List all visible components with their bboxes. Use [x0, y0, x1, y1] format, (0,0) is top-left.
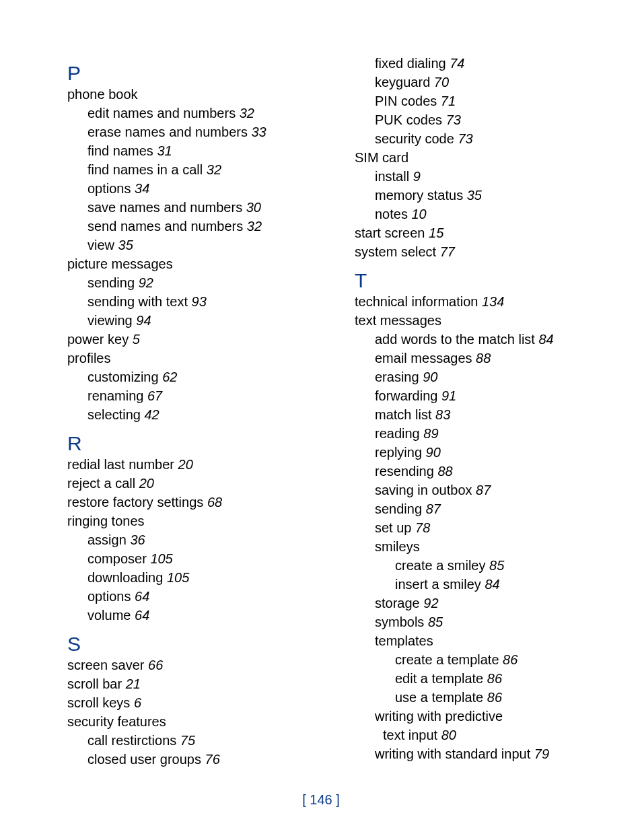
index-entry-text: resending — [375, 464, 434, 479]
index-entry-page[interactable]: 84 — [538, 332, 553, 347]
index-entry-page[interactable]: 20 — [178, 457, 193, 472]
index-entry-text: replying — [375, 445, 422, 460]
index-entry-text: security code — [375, 131, 454, 146]
index-entry-page[interactable]: 92 — [423, 596, 438, 610]
index-entry-page[interactable]: 87 — [476, 483, 491, 497]
index-entry-page[interactable]: 35 — [467, 188, 482, 203]
index-entry: use a template 86 — [395, 688, 602, 707]
index-entry-page[interactable]: 84 — [485, 577, 499, 592]
index-entry-text: save names and numbers — [87, 200, 242, 215]
index-entry-page[interactable]: 73 — [446, 112, 461, 127]
index-entry: templates — [375, 631, 602, 650]
index-entry: options 64 — [87, 587, 314, 606]
index-entry: reject a call 20 — [67, 474, 314, 493]
index-entry-page[interactable]: 88 — [476, 351, 491, 365]
index-entry-page[interactable]: 10 — [412, 207, 427, 221]
index-entry-page[interactable]: 15 — [429, 225, 443, 240]
index-entry-text: PUK codes — [375, 112, 442, 127]
index-entry-page[interactable]: 5 — [133, 332, 140, 347]
index-entry-text: sending — [375, 501, 422, 516]
index-entry-page[interactable]: 75 — [180, 733, 195, 748]
index-section-letter: S — [67, 634, 314, 654]
index-entry-page[interactable]: 83 — [435, 407, 450, 422]
index-entry-page[interactable]: 9 — [413, 169, 421, 184]
index-entry-page[interactable]: 105 — [150, 551, 172, 566]
index-entry-page[interactable]: 66 — [148, 658, 163, 672]
index-entry-text: symbols — [375, 615, 424, 629]
index-entry: erasing 90 — [375, 368, 602, 386]
index-entry-page[interactable]: 77 — [440, 244, 455, 259]
index-entry-page[interactable]: 70 — [434, 75, 449, 90]
index-entry-text: find names — [87, 143, 153, 158]
index-entry-page[interactable]: 64 — [135, 589, 149, 604]
index-entry-page[interactable]: 105 — [167, 570, 189, 585]
index-entry-text: writing with standard input — [375, 746, 530, 761]
index-entry-page[interactable]: 64 — [135, 608, 149, 623]
index-entry-page[interactable]: 88 — [437, 464, 452, 479]
index-entry-page[interactable]: 32 — [207, 162, 221, 177]
index-entry-page[interactable]: 91 — [441, 388, 456, 403]
page-number-bracket-close: ] — [332, 792, 340, 807]
index-entry-page[interactable]: 90 — [423, 370, 437, 384]
index-entry-page[interactable]: 73 — [458, 131, 472, 146]
index-entry-page[interactable]: 134 — [482, 294, 504, 309]
index-entry: screen saver 66 — [67, 656, 314, 674]
index-entry: start screen 15 — [355, 223, 602, 242]
index-entry-text: scroll bar — [67, 676, 122, 691]
index-entry: selecting 42 — [87, 405, 314, 424]
index-entry-text: insert a smiley — [395, 577, 481, 592]
index-entry-page[interactable]: 62 — [162, 370, 177, 384]
index-entry-page[interactable]: 85 — [428, 615, 443, 629]
index-entry-page[interactable]: 90 — [426, 445, 441, 460]
index-entry-page[interactable]: 71 — [441, 94, 456, 108]
index-entry-text: restore factory settings — [67, 495, 203, 510]
index-entry-page[interactable]: 85 — [489, 558, 504, 573]
index-entry-page[interactable]: 86 — [487, 671, 502, 686]
index-entry-page[interactable]: 32 — [240, 106, 254, 120]
index-entry: save names and numbers 30 — [87, 198, 314, 217]
index-entry-page[interactable]: 79 — [534, 746, 549, 761]
index-entry-page[interactable]: 30 — [246, 200, 261, 215]
index-entry-text: profiles — [67, 351, 110, 365]
index-entry-page[interactable]: 89 — [423, 426, 438, 441]
index-entry-page[interactable]: 32 — [247, 219, 262, 234]
index-entry: sending 87 — [375, 499, 602, 518]
index-entry-page[interactable]: 78 — [415, 520, 430, 535]
index-entry-text: send names and numbers — [87, 219, 243, 234]
index-entry: reading 89 — [375, 424, 602, 443]
index-entry-page[interactable]: 36 — [130, 532, 145, 547]
index-entry-page[interactable]: 86 — [487, 690, 502, 705]
index-entry-page[interactable]: 6 — [134, 695, 141, 710]
index-entry: view 35 — [87, 236, 314, 254]
index-entry-page[interactable]: 67 — [147, 388, 162, 403]
index-entry-page[interactable]: 42 — [145, 407, 159, 422]
index-entry-text: reject a call — [67, 476, 135, 491]
page-number-value: 146 — [310, 792, 332, 807]
index-entry: closed user groups 76 — [87, 750, 314, 769]
index-entry-text: add words to the match list — [375, 332, 535, 347]
index-entry-page[interactable]: 74 — [450, 56, 464, 71]
index-entry: downloading 105 — [87, 568, 314, 587]
index-entry-page[interactable]: 68 — [207, 495, 222, 510]
index-entry-page[interactable]: 33 — [251, 125, 266, 139]
index-entry-page[interactable]: 21 — [126, 676, 141, 691]
index-entry-page[interactable]: 92 — [139, 275, 153, 290]
index-entry: writing with standard input 79 — [375, 744, 602, 763]
index-entry-text: selecting — [87, 407, 141, 422]
index-entry-page[interactable]: 20 — [139, 476, 154, 491]
index-entry-page[interactable]: 76 — [205, 752, 220, 767]
index-entry-page[interactable]: 94 — [136, 313, 151, 328]
index-entry-text: ringing tones — [67, 514, 145, 528]
index-entry-page[interactable]: 31 — [157, 143, 172, 158]
index-entry-text: closed user groups — [87, 752, 201, 767]
index-entry-text: match list — [375, 407, 431, 422]
index-entry-page[interactable]: 34 — [135, 181, 149, 196]
index-entry-page[interactable]: 87 — [426, 501, 441, 516]
index-entry-page[interactable]: 93 — [192, 294, 207, 309]
index-entry-page[interactable]: 86 — [503, 652, 518, 667]
index-entry-text: volume — [87, 608, 131, 623]
page-number: [ 146 ] — [0, 792, 642, 808]
index-entry-page[interactable]: 80 — [441, 728, 456, 742]
index-entry-page[interactable]: 35 — [118, 238, 133, 252]
index-entry: find names 31 — [87, 141, 314, 160]
